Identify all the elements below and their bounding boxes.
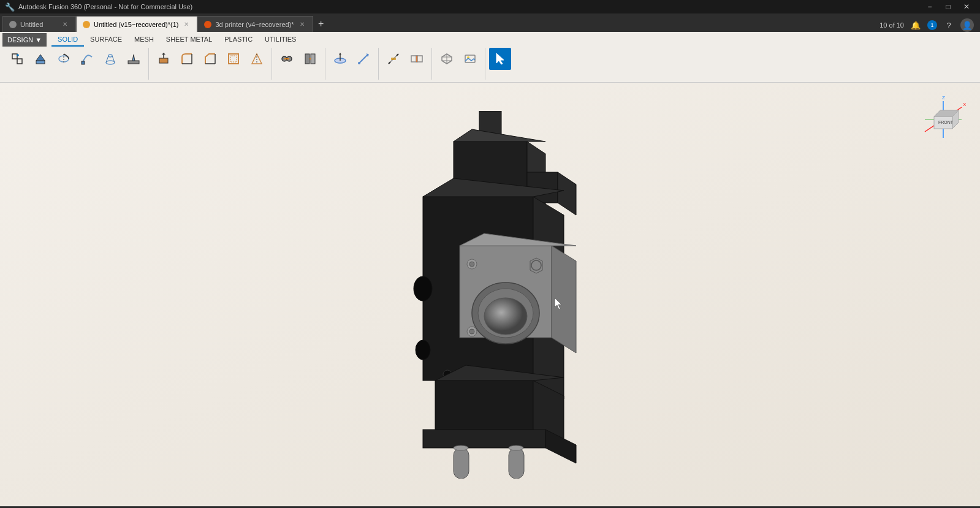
- joint-icon: [280, 52, 294, 66]
- insert-image-button[interactable]: [459, 48, 481, 70]
- mode-tab-sheet-metal[interactable]: SHEET METAL: [160, 33, 218, 47]
- fillet-icon: [180, 52, 194, 66]
- svg-point-68: [484, 298, 527, 335]
- 3d-model: [374, 111, 607, 479]
- svg-marker-14: [132, 55, 135, 61]
- design-mode-dropdown[interactable]: DESIGN ▼: [2, 33, 47, 47]
- svg-marker-34: [339, 53, 341, 55]
- tab-close-3[interactable]: ✕: [298, 20, 306, 29]
- svg-text:X: X: [963, 102, 967, 107]
- app-icon: 🔧: [5, 2, 15, 12]
- tool-group-construct: CONSTRUCT ▼: [325, 48, 379, 80]
- as-built-joint-icon: [303, 52, 317, 66]
- svg-line-39: [389, 62, 390, 64]
- view-cube[interactable]: Z X FRONT: [919, 95, 968, 144]
- design-dropdown-arrow: ▼: [35, 36, 42, 44]
- measure-icon: [387, 52, 400, 66]
- as-built-joint-button[interactable]: [299, 48, 321, 70]
- draft-button[interactable]: [246, 48, 268, 70]
- tab-close-1[interactable]: ✕: [61, 20, 69, 29]
- toolbar-mode-tabs: DESIGN ▼ SOLID SURFACE MESH SHEET METAL …: [0, 32, 980, 47]
- tab-label-1: Untitled: [20, 21, 43, 28]
- toolbar-area: DESIGN ▼ SOLID SURFACE MESH SHEET METAL …: [0, 32, 980, 83]
- svg-text:FRONT: FRONT: [938, 120, 954, 124]
- sweep-icon: [80, 52, 94, 66]
- insert-mesh-icon: [440, 52, 454, 66]
- tab-icon-1: [9, 21, 17, 28]
- mode-tab-mesh[interactable]: MESH: [128, 33, 160, 47]
- tab-bar-right: 10 of 10 🔔 1 ? 👤: [879, 18, 980, 32]
- svg-rect-23: [230, 56, 237, 62]
- svg-rect-78: [435, 381, 533, 430]
- select-icon: [493, 52, 507, 66]
- svg-point-9: [106, 61, 115, 64]
- plane-button[interactable]: [329, 48, 351, 70]
- notifications-icon[interactable]: 🔔: [909, 18, 922, 32]
- title-bar-controls[interactable]: − □ ✕: [921, 0, 975, 13]
- loft-icon: [104, 52, 117, 66]
- svg-rect-44: [416, 56, 417, 62]
- svg-rect-29: [305, 54, 310, 64]
- tab-label-3: 3d printer (v4~recovered)*: [215, 21, 294, 28]
- tool-group-select: SELECT ▼: [485, 48, 515, 80]
- press-pull-icon: [157, 52, 170, 66]
- close-button[interactable]: ✕: [958, 0, 975, 13]
- mode-tab-surface[interactable]: SURFACE: [84, 33, 128, 47]
- extrude-icon: [34, 52, 47, 66]
- extrude-button[interactable]: [29, 48, 51, 70]
- svg-rect-0: [12, 54, 17, 59]
- file-tab-3[interactable]: 3d printer (v4~recovered)* ✕: [197, 16, 313, 32]
- rib-icon: [127, 52, 140, 66]
- loft-button[interactable]: [99, 48, 121, 70]
- new-component-icon: [10, 52, 24, 66]
- design-mode-label: DESIGN: [7, 36, 33, 44]
- svg-point-74: [469, 329, 474, 334]
- svg-point-72: [469, 262, 474, 267]
- plane-icon: [333, 52, 347, 66]
- svg-rect-22: [229, 54, 238, 64]
- minimize-button[interactable]: −: [921, 0, 938, 13]
- help-icon[interactable]: ?: [942, 18, 955, 32]
- tool-group-assemble: ASSEMBLE ▼: [272, 48, 325, 80]
- rib-button[interactable]: [123, 48, 145, 70]
- measure-button[interactable]: [382, 48, 405, 70]
- chamfer-button[interactable]: [199, 48, 221, 70]
- mode-tab-solid[interactable]: SOLID: [51, 33, 84, 47]
- user-avatar[interactable]: 👤: [960, 18, 974, 32]
- select-button[interactable]: [489, 48, 511, 70]
- svg-point-37: [358, 62, 360, 64]
- interference-icon: [410, 52, 424, 66]
- tool-group-insert: INSERT ▼: [432, 48, 485, 80]
- tab-close-2[interactable]: ✕: [182, 20, 191, 29]
- svg-point-61: [414, 276, 432, 301]
- sweep-button[interactable]: [76, 48, 98, 70]
- fillet-button[interactable]: [176, 48, 198, 70]
- draft-icon: [250, 52, 264, 66]
- joint-button[interactable]: [276, 48, 298, 70]
- tab-bar: Untitled ✕ Untitled (v15~recovered)*(1) …: [0, 13, 980, 32]
- revolve-button[interactable]: [53, 48, 75, 70]
- press-pull-button[interactable]: [153, 48, 175, 70]
- svg-line-35: [359, 55, 368, 63]
- svg-point-62: [416, 340, 430, 360]
- svg-marker-57: [558, 172, 576, 215]
- axis-icon: [357, 52, 370, 66]
- tool-group-inspect: INSPECT ▼: [379, 48, 432, 80]
- shell-button[interactable]: [222, 48, 245, 70]
- new-component-button[interactable]: [6, 48, 28, 70]
- viewport[interactable]: Z X FRONT: [0, 83, 980, 506]
- svg-rect-83: [454, 448, 469, 479]
- interference-button[interactable]: [406, 48, 428, 70]
- file-tab-1[interactable]: Untitled ✕: [2, 16, 76, 32]
- add-tab-button[interactable]: +: [313, 16, 329, 32]
- tab-counter: 10 of 10: [879, 21, 904, 29]
- file-tab-2[interactable]: Untitled (v15~recovered)*(1) ✕: [76, 16, 197, 32]
- mode-tab-utilities[interactable]: UTILITIES: [259, 33, 302, 47]
- mode-tab-plastic[interactable]: PLASTIC: [218, 33, 259, 47]
- title-bar: 🔧 Autodesk Fusion 360 (Personal - Not fo…: [0, 0, 980, 13]
- maximize-button[interactable]: □: [940, 0, 957, 13]
- insert-mesh-button[interactable]: [436, 48, 458, 70]
- svg-rect-81: [423, 430, 545, 448]
- insert-image-icon: [463, 52, 477, 66]
- axis-button[interactable]: [352, 48, 374, 70]
